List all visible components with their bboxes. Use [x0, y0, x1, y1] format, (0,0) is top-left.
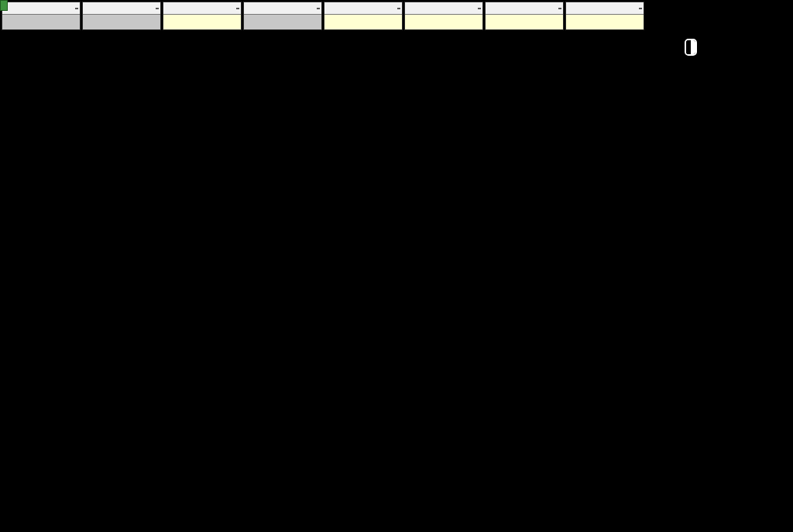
generator-frequency-marker[interactable]: [0, 0, 8, 11]
qa40x-app-window: [0, 0, 793, 532]
logo-asylum: [691, 40, 695, 54]
fft-spectrum-plot[interactable]: [0, 0, 793, 532]
quantasylum-logo: [685, 39, 697, 56]
